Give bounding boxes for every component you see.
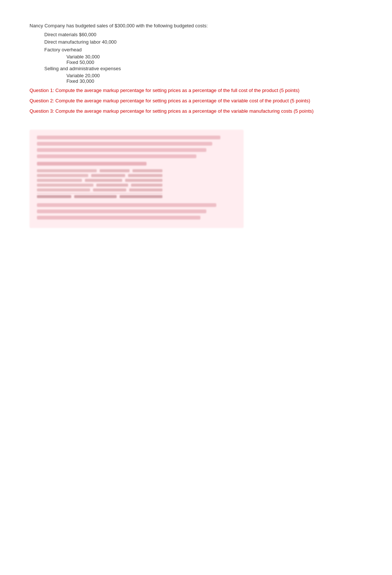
factory-overhead: Factory overhead: [44, 46, 362, 54]
direct-labor: Direct manufacturing labor 40,000: [44, 38, 362, 46]
cost-list: Direct materials $60,000 Direct manufact…: [44, 31, 362, 84]
question-2: Question 2: Compute the average markup p…: [30, 97, 362, 105]
selling-admin: Selling and administrative expenses: [44, 65, 362, 73]
question-3: Question 3: Compute the average markup p…: [30, 108, 362, 115]
fixed-selling: Fixed 30,000: [66, 78, 362, 84]
variable-overhead: Variable 30,000: [66, 54, 362, 59]
fixed-overhead: Fixed 50,000: [66, 59, 362, 65]
blurred-answer-section: [30, 130, 244, 228]
intro-text: Nancy Company has budgeted sales of $300…: [30, 22, 362, 30]
blurred-footer: [37, 203, 236, 220]
blurred-table: [37, 169, 162, 198]
question-1: Question 1: Compute the average markup p…: [30, 87, 362, 94]
variable-selling: Variable 20,000: [66, 73, 362, 78]
direct-materials: Direct materials $60,000: [44, 31, 362, 39]
